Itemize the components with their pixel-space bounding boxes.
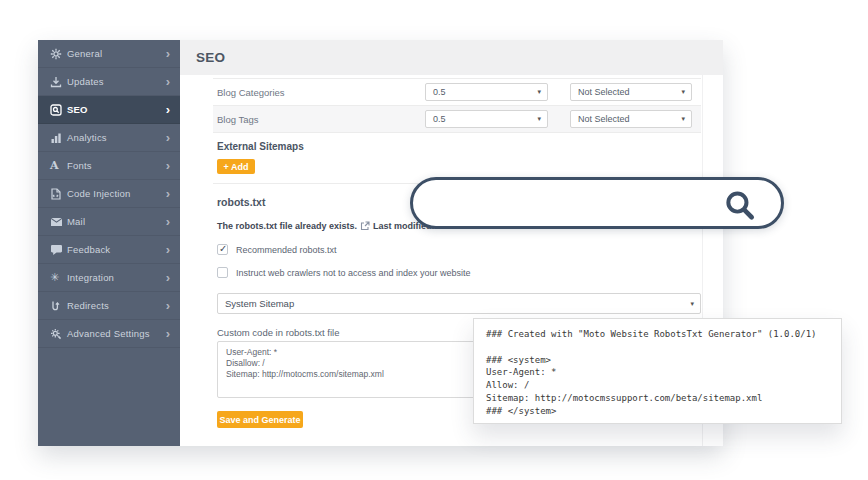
chevron-right-icon: ›: [166, 243, 170, 256]
priority-select[interactable]: 0.5 ▾: [425, 110, 548, 128]
asterisk-icon: ✳: [50, 271, 67, 285]
sidebar-item-label: SEO: [67, 104, 166, 115]
chevron-right-icon: ›: [166, 131, 170, 144]
external-link-icon[interactable]: [360, 221, 370, 231]
sidebar-item-label: Integration: [67, 272, 166, 283]
chevron-right-icon: ›: [166, 75, 170, 88]
file-code-icon: [50, 187, 67, 201]
sidebar-item-label: Code Injection: [67, 188, 166, 199]
magnifier-icon[interactable]: [721, 187, 759, 229]
add-sitemap-button[interactable]: + Add: [217, 159, 255, 174]
chevron-right-icon: ›: [166, 159, 170, 172]
chevron-down-icon: ▾: [681, 115, 685, 123]
letter-a-icon: A: [50, 159, 67, 173]
table-row: Blog Categories 0.5 ▾ Not Selected ▾: [213, 79, 701, 106]
sidebar-item-fonts[interactable]: A Fonts ›: [38, 152, 180, 180]
priority-select[interactable]: 0.5 ▾: [425, 83, 548, 101]
sidebar-item-label: Updates: [67, 76, 166, 87]
sidebar-item-general[interactable]: General ›: [38, 40, 180, 68]
sidebar-item-label: Mail: [67, 216, 166, 227]
checkbox-unchecked-icon[interactable]: [217, 267, 228, 278]
sidebar-item-label: Redirects: [67, 300, 166, 311]
chevron-down-icon: ▾: [681, 88, 685, 96]
checkbox-label: Instruct web crawlers not to access and …: [236, 268, 471, 278]
frequency-select[interactable]: Not Selected ▾: [570, 110, 692, 128]
envelope-icon: [50, 215, 67, 229]
sidebar-item-mail[interactable]: Mail ›: [38, 208, 180, 236]
download-icon: [50, 75, 67, 89]
redirect-arrow-icon: [50, 299, 67, 313]
sidebar-item-advanced-settings[interactable]: Advanced Settings ›: [38, 320, 180, 348]
robots-preview-popup: ### Created with "Moto Website RobotsTxt…: [473, 318, 842, 424]
chevron-down-icon: ▾: [690, 299, 694, 307]
sidebar-item-integration[interactable]: ✳ Integration ›: [38, 264, 180, 292]
chevron-right-icon: ›: [166, 103, 170, 116]
search-overlay[interactable]: [410, 177, 784, 229]
chevron-right-icon: ›: [166, 215, 170, 228]
save-and-generate-button[interactable]: Save and Generate: [217, 411, 303, 428]
sidebar-nav: General › Updates › SEO › Analytics › A: [38, 40, 180, 446]
sidebar-item-label: Analytics: [67, 132, 166, 143]
page-title: SEO: [196, 50, 225, 65]
sidebar-item-label: General: [67, 48, 166, 59]
bar-chart-icon: [50, 131, 67, 145]
table-row: Blog Tags 0.5 ▾ Not Selected ▾: [213, 106, 701, 133]
sidebar-item-label: Advanced Settings: [67, 328, 166, 339]
robots-heading: robots.txt: [217, 196, 265, 208]
content-header: SEO: [180, 40, 723, 75]
chevron-right-icon: ›: [166, 299, 170, 312]
chevron-right-icon: ›: [166, 187, 170, 200]
chevron-right-icon: ›: [166, 271, 170, 284]
sidebar-item-analytics[interactable]: Analytics ›: [38, 124, 180, 152]
sidebar-item-feedback[interactable]: Feedback ›: [38, 236, 180, 264]
sidebar-item-label: Feedback: [67, 244, 166, 255]
sitemap-source-select[interactable]: System Sitemap ▾: [217, 293, 701, 314]
select-value: Not Selected: [578, 87, 630, 97]
row-label: Blog Tags: [217, 114, 259, 125]
select-value: Not Selected: [578, 114, 630, 124]
select-value: 0.5: [433, 87, 446, 97]
gear-icon: [50, 47, 67, 61]
frequency-select[interactable]: Not Selected ▾: [570, 83, 692, 101]
chevron-right-icon: ›: [166, 47, 170, 60]
seo-magnifier-icon: [50, 103, 67, 117]
robots-status-text: The robots.txt file already exists.: [217, 221, 357, 231]
chevron-down-icon: ▾: [537, 88, 541, 96]
sidebar-item-code-injection[interactable]: Code Injection ›: [38, 180, 180, 208]
checkbox-checked-icon[interactable]: [217, 244, 228, 255]
chat-bubble-icon: [50, 243, 67, 257]
sidebar-item-redirects[interactable]: Redirects ›: [38, 292, 180, 320]
row-label: Blog Categories: [217, 87, 285, 98]
checkbox-label: Recommended robots.txt: [236, 245, 337, 255]
select-value: 0.5: [433, 114, 446, 124]
recommended-robots-checkbox-row[interactable]: Recommended robots.txt: [217, 244, 337, 255]
sidebar-item-seo[interactable]: SEO ›: [38, 96, 180, 124]
sidebar-item-updates[interactable]: Updates ›: [38, 68, 180, 96]
sitemap-priority-table: Blog Categories 0.5 ▾ Not Selected ▾ Blo…: [213, 78, 701, 133]
gear-advanced-icon: [50, 327, 67, 341]
chevron-down-icon: ▾: [537, 115, 541, 123]
chevron-right-icon: ›: [166, 327, 170, 340]
sidebar-item-label: Fonts: [67, 160, 166, 171]
external-sitemaps-heading: External Sitemaps: [217, 141, 304, 152]
select-value: System Sitemap: [225, 298, 294, 309]
noindex-checkbox-row[interactable]: Instruct web crawlers not to access and …: [217, 267, 471, 278]
custom-code-label: Custom code in robots.txt file: [217, 327, 340, 338]
